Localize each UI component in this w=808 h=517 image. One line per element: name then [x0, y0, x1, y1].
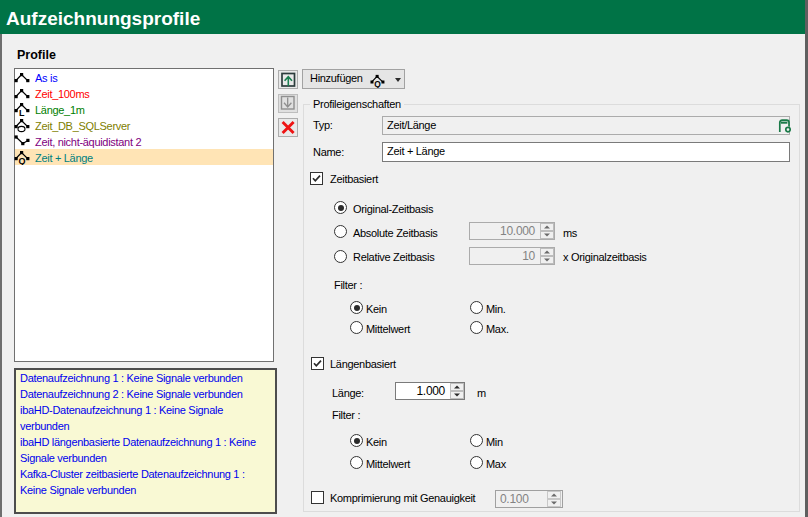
svg-text:L: L [19, 108, 25, 117]
svg-text:Q: Q [19, 156, 26, 165]
svg-text:Q: Q [374, 79, 381, 88]
